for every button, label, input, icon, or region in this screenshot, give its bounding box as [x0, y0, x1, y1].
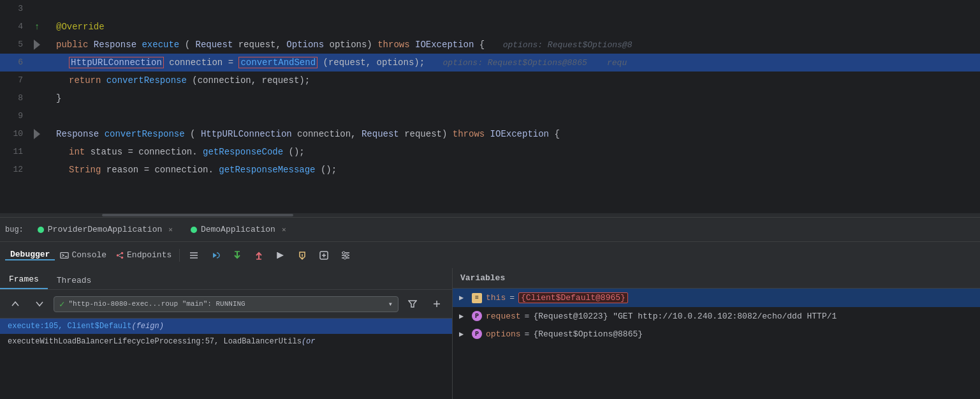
variable-request[interactable]: ▶ P request = {Request@10223} "GET http:…: [453, 307, 980, 325]
bookmark-icon: [34, 40, 40, 50]
check-icon: ✓: [59, 299, 64, 310]
svg-point-23: [342, 252, 345, 254]
variables-panel: Variables ▶ ≡ this = {Client$Default@896…: [453, 268, 980, 399]
thread-selector-label: "http-nio-8080-exec...roup "main": RUNNI…: [68, 300, 245, 308]
run-to-cursor-btn[interactable]: [270, 245, 291, 266]
frames-up-btn[interactable]: [5, 294, 26, 314]
frames-panel: Frames Threads ✓ "http-nio-8080-exec...r…: [0, 268, 453, 399]
tab-threads[interactable]: Threads: [48, 273, 101, 289]
endpoints-icon[interactable]: Endpoints: [112, 245, 175, 266]
debug-tab-demo-close[interactable]: ✕: [282, 225, 286, 234]
debug-tab-demo-label: DemoApplication: [201, 225, 275, 234]
code-line: 3: [0, 0, 980, 18]
svg-point-4: [121, 256, 124, 259]
svg-point-3: [121, 252, 124, 254]
step-over-btn[interactable]: [205, 245, 226, 266]
svg-marker-26: [409, 301, 416, 307]
variables-header: Variables: [453, 268, 980, 289]
svg-line-5: [119, 253, 121, 255]
frame-item[interactable]: executeWithLoadBalancerLifecycleProcessi…: [0, 334, 452, 349]
code-line-highlighted: 6 HttpURLConnection connection = convert…: [0, 54, 980, 72]
svg-point-16: [302, 257, 303, 259]
svg-point-2: [117, 254, 119, 257]
frames-controls: ✓ "http-nio-8080-exec...roup "main": RUN…: [0, 290, 452, 319]
tab-frames[interactable]: Frames: [0, 272, 48, 289]
filter-frames-btn[interactable]: [402, 294, 423, 314]
frames-down-btn[interactable]: [29, 294, 50, 314]
bottom-panel: Frames Threads ✓ "http-nio-8080-exec...r…: [0, 268, 980, 399]
show-execution-point-btn[interactable]: [184, 245, 204, 266]
evaluate-btn[interactable]: [314, 245, 334, 266]
dropdown-arrow-icon: ▾: [388, 299, 393, 309]
expand-arrow-icon-3[interactable]: ▶: [459, 329, 468, 339]
variable-options[interactable]: ▶ P options = {Request$Options@8865}: [453, 325, 980, 343]
step-out-btn[interactable]: [249, 245, 269, 266]
tab-debugger[interactable]: Debugger: [5, 250, 55, 260]
frames-list: execute:105, Client$Default (feign) exec…: [0, 319, 452, 399]
tab-endpoints: Endpoints: [127, 250, 172, 260]
force-step-btn[interactable]: [292, 245, 312, 266]
debug-label: bug:: [5, 225, 24, 234]
debug-toolbar: Debugger Console Endpoints: [0, 241, 980, 268]
customize-btn[interactable]: [335, 245, 356, 266]
svg-line-6: [119, 255, 121, 257]
tab-console: Console: [71, 250, 106, 260]
add-frame-btn[interactable]: [427, 294, 447, 314]
thread-selector[interactable]: ✓ "http-nio-8080-exec...roup "main": RUN…: [54, 296, 399, 312]
variable-this[interactable]: ▶ ≡ this = {Client$Default@8965}: [453, 289, 980, 307]
code-line-brace: 8 }: [0, 89, 980, 107]
code-line-string-reason: 12 String reason = connection. getRespon…: [0, 161, 980, 179]
debug-tab-provider-label: ProviderDemoApplication: [48, 225, 162, 234]
debug-tabs-bar: bug: ProviderDemoApplication ✕ DemoAppli…: [0, 217, 980, 241]
code-line-return: 7 return convertResponse (connection, re…: [0, 72, 980, 89]
console-icon[interactable]: Console: [56, 245, 110, 266]
variables-list: ▶ ≡ this = {Client$Default@8965} ▶ P req…: [453, 289, 980, 399]
svg-point-24: [346, 254, 348, 257]
code-line-annotation: 4 ↑ @Override: [0, 18, 980, 36]
debug-tab-demo[interactable]: DemoApplication ✕: [183, 222, 294, 237]
p-icon-2: P: [472, 329, 482, 339]
code-line-convertresponse: 10 Response convertResponse ( HttpURLCon…: [0, 125, 980, 143]
list-icon: ≡: [472, 293, 482, 303]
debug-arrow-icon: ↑: [34, 18, 40, 36]
frames-tabs: Frames Threads: [0, 268, 452, 290]
expand-arrow-icon-2[interactable]: ▶: [459, 312, 468, 321]
debug-tab-provider[interactable]: ProviderDemoApplication ✕: [30, 222, 180, 237]
bookmark-icon-2: [34, 129, 40, 139]
p-icon: P: [472, 311, 482, 321]
step-into-btn[interactable]: [227, 245, 247, 266]
code-line-empty: 9: [0, 107, 980, 125]
editor-area: 3 4 ↑ @Override 5 public Response execut…: [0, 0, 980, 217]
code-line-method-sig: 5 public Response execute ( Request requ…: [0, 36, 980, 54]
tab-dot-icon: [38, 227, 44, 233]
expand-arrow-icon[interactable]: ▶: [459, 293, 468, 303]
svg-point-25: [344, 257, 346, 259]
frame-item[interactable]: execute:105, Client$Default (feign): [0, 319, 452, 334]
tab-dot-icon-2: [191, 227, 197, 233]
debug-tab-provider-close[interactable]: ✕: [168, 225, 173, 234]
code-line-int-status: 11 int status = connection. getResponseC…: [0, 143, 980, 161]
